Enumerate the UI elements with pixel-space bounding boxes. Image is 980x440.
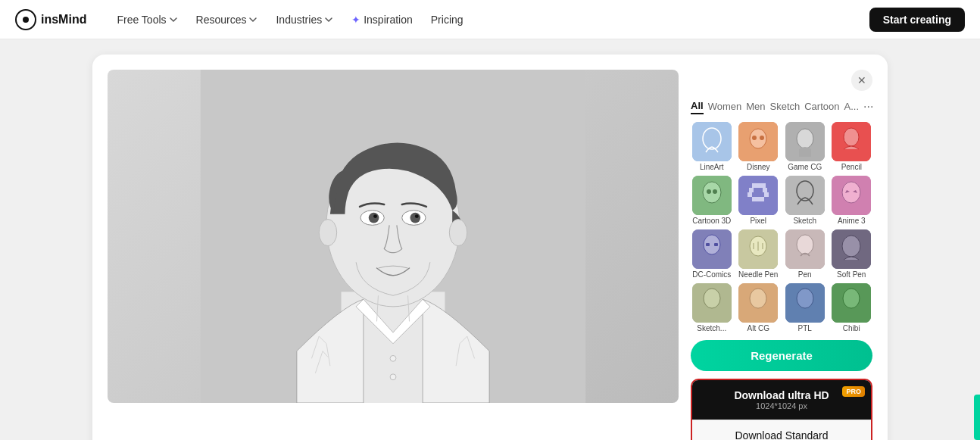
style-label-row4b: Alt CG bbox=[747, 324, 769, 332]
style-item-needlepen[interactable]: Needle Pen bbox=[738, 229, 780, 279]
svg-rect-29 bbox=[738, 176, 778, 215]
svg-point-13 bbox=[390, 355, 396, 361]
svg-point-10 bbox=[449, 220, 467, 246]
style-item-row4b[interactable]: Alt CG bbox=[738, 283, 780, 332]
style-thumb-lineart bbox=[692, 122, 732, 161]
svg-point-54 bbox=[842, 236, 860, 257]
style-item-anime3[interactable]: Anime 3 bbox=[831, 176, 873, 225]
style-item-pixel[interactable]: Pixel bbox=[738, 176, 780, 225]
style-thumb-anime3 bbox=[832, 176, 871, 215]
svg-rect-38 bbox=[785, 176, 825, 215]
svg-point-14 bbox=[390, 374, 396, 380]
style-label-needlepen: Needle Pen bbox=[738, 270, 778, 279]
style-label-anime3: Anime 3 bbox=[838, 217, 866, 225]
svg-point-60 bbox=[797, 289, 813, 308]
close-button[interactable]: ✕ bbox=[851, 70, 872, 91]
svg-rect-32 bbox=[761, 183, 766, 188]
style-item-softpen[interactable]: Soft Pen bbox=[831, 229, 873, 279]
style-item-row4c[interactable]: PTL bbox=[784, 283, 826, 332]
style-label-row4c: PTL bbox=[798, 324, 812, 332]
style-item-row4a[interactable]: Sketch... bbox=[691, 283, 733, 332]
style-label-pen: Pen bbox=[798, 270, 812, 279]
regenerate-button[interactable]: Regenerate bbox=[691, 340, 872, 371]
style-label-lineart: LineArt bbox=[700, 163, 724, 171]
main-content: ⊞ ↑ ✕ All Women Men Sketch Cartoon A... … bbox=[0, 39, 980, 440]
nav-pricing[interactable]: Pricing bbox=[423, 9, 471, 30]
pro-badge: PRO bbox=[842, 386, 865, 397]
style-thumb-pixel bbox=[738, 176, 778, 215]
nav-resources[interactable]: Resources bbox=[189, 9, 266, 30]
style-thumb-sketch bbox=[785, 176, 825, 215]
style-item-lineart[interactable]: LineArt bbox=[691, 122, 733, 171]
start-creating-button[interactable]: Start creating bbox=[869, 8, 965, 32]
svg-rect-45 bbox=[714, 243, 718, 246]
image-area: ⊞ ↑ bbox=[108, 70, 679, 440]
download-ultra-size: 1024*1024 px bbox=[704, 401, 859, 410]
style-item-pencil[interactable]: Pencil bbox=[831, 122, 873, 171]
style-thumb-disney bbox=[738, 122, 778, 161]
right-panel: ✕ All Women Men Sketch Cartoon A... ··· … bbox=[691, 70, 872, 440]
svg-point-7 bbox=[373, 214, 377, 218]
style-label-pencil: Pencil bbox=[841, 163, 862, 171]
style-thumb-row4b bbox=[738, 283, 778, 323]
style-label-sketch: Sketch bbox=[793, 217, 816, 225]
panel-close-area: ✕ bbox=[691, 70, 872, 91]
style-item-gamecg[interactable]: Game CG bbox=[784, 122, 826, 171]
chevron-down-icon bbox=[248, 15, 257, 24]
more-tabs-button[interactable]: ··· bbox=[863, 100, 872, 114]
download-ultra-button[interactable]: Download ultra HD 1024*1024 px PRO bbox=[692, 380, 871, 420]
style-label-disney: Disney bbox=[747, 163, 770, 171]
chevron-down-icon bbox=[324, 15, 333, 24]
logo[interactable]: insMind bbox=[15, 9, 86, 30]
style-label-row4d: Chibi bbox=[843, 324, 860, 332]
sketch-preview bbox=[108, 70, 679, 403]
svg-point-19 bbox=[752, 136, 757, 140]
nav-inspiration[interactable]: ✦ Inspiration bbox=[344, 9, 420, 30]
svg-point-28 bbox=[713, 189, 717, 194]
svg-point-58 bbox=[750, 289, 766, 308]
style-item-row4d[interactable]: Chibi bbox=[831, 283, 873, 332]
svg-point-52 bbox=[797, 235, 813, 254]
svg-rect-35 bbox=[747, 192, 752, 197]
tab-sketch[interactable]: Sketch bbox=[769, 99, 800, 114]
teal-accent-bar bbox=[974, 395, 980, 440]
style-item-dccomics[interactable]: DC-Comics bbox=[691, 229, 733, 279]
download-standard-button[interactable]: Download Standard 819*819 px bbox=[692, 420, 871, 440]
style-thumb-row4d bbox=[832, 283, 871, 323]
svg-point-24 bbox=[844, 128, 859, 146]
svg-point-22 bbox=[797, 129, 813, 148]
nav-free-tools[interactable]: Free Tools bbox=[109, 9, 185, 30]
style-tabs: All Women Men Sketch Cartoon A... ··· bbox=[691, 98, 872, 114]
style-thumb-row4a bbox=[692, 283, 732, 323]
svg-rect-37 bbox=[752, 197, 764, 201]
download-ultra-label: Download ultra HD bbox=[704, 389, 859, 401]
style-item-pen[interactable]: Pen bbox=[784, 229, 826, 279]
style-thumb-needlepen bbox=[738, 229, 778, 269]
style-item-disney[interactable]: Disney bbox=[738, 122, 780, 171]
svg-point-41 bbox=[842, 182, 860, 203]
style-item-cartoon3d[interactable]: Cartoon 3D bbox=[691, 176, 733, 225]
header: insMind Free Tools Resources Industries … bbox=[0, 0, 980, 39]
tab-all[interactable]: All bbox=[691, 98, 704, 114]
svg-point-56 bbox=[704, 289, 720, 308]
style-label-dccomics: DC-Comics bbox=[692, 270, 731, 279]
svg-point-27 bbox=[707, 189, 711, 194]
tab-cartoon[interactable]: Cartoon bbox=[804, 99, 839, 114]
svg-rect-36 bbox=[764, 192, 769, 197]
svg-point-62 bbox=[843, 289, 860, 308]
tab-a[interactable]: A... bbox=[844, 99, 859, 114]
svg-point-8 bbox=[415, 214, 419, 218]
svg-point-5 bbox=[369, 213, 379, 223]
style-label-cartoon3d: Cartoon 3D bbox=[692, 217, 731, 225]
svg-point-26 bbox=[703, 182, 721, 203]
style-thumb-gamecg bbox=[785, 122, 825, 161]
tab-men[interactable]: Men bbox=[746, 99, 765, 114]
svg-point-6 bbox=[410, 213, 420, 223]
nav-industries[interactable]: Industries bbox=[268, 9, 341, 30]
style-thumb-row4c bbox=[785, 283, 825, 323]
logo-icon bbox=[15, 9, 36, 30]
tab-women[interactable]: Women bbox=[708, 99, 742, 114]
style-grid: LineArt Disney Game CG bbox=[691, 122, 872, 332]
style-thumb-softpen bbox=[832, 229, 871, 269]
style-item-sketch[interactable]: Sketch bbox=[784, 176, 826, 225]
